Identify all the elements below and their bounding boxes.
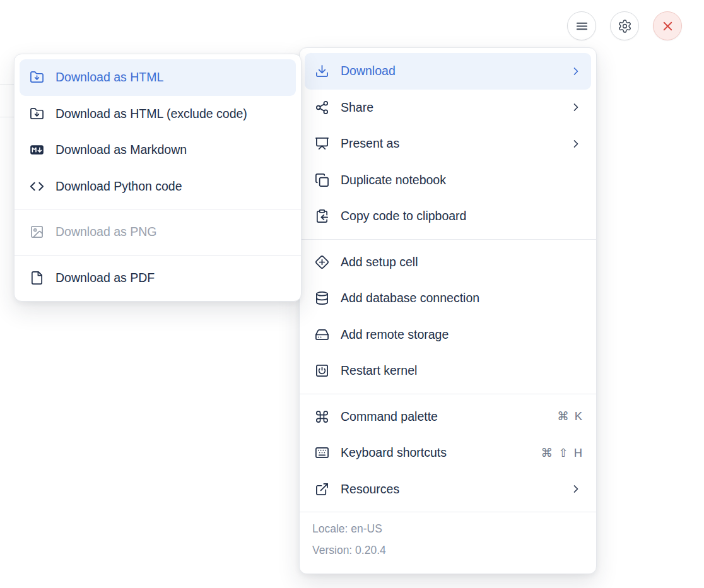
menu-item-copy-code-to-clipboard[interactable]: Copy code to clipboard <box>305 198 591 235</box>
menu-item-download-as-png: Download as PNG <box>20 214 296 250</box>
version-label: Version: 0.20.4 <box>312 539 584 561</box>
power-square-icon <box>315 363 329 378</box>
shortcut-key: ⌘ <box>541 446 553 460</box>
menu-item-command-palette[interactable]: Command palette⌘K <box>305 399 591 435</box>
menu-separator <box>300 394 596 394</box>
menu-item-share[interactable]: Share <box>305 90 591 126</box>
presentation-icon <box>315 136 329 151</box>
notebook-actions-menu: DownloadSharePresent asDuplicate noteboo… <box>299 47 597 574</box>
background-cell-border <box>0 117 15 117</box>
image-icon <box>30 225 44 239</box>
notebook-menu-button[interactable] <box>567 11 596 40</box>
menu-item-restart-kernel[interactable]: Restart kernel <box>305 353 591 389</box>
menu-item-label: Download <box>341 64 562 78</box>
menu-item-duplicate-notebook[interactable]: Duplicate notebook <box>305 162 591 199</box>
menu-item-label: Resources <box>341 482 562 497</box>
folder-download-icon <box>30 70 44 85</box>
code-icon <box>30 179 44 194</box>
shortcut-key: H <box>574 446 582 460</box>
menu-item-download-as-markdown[interactable]: Download as Markdown <box>20 132 296 168</box>
menu-item-label: Copy code to clipboard <box>341 209 582 223</box>
keyboard-icon <box>315 445 329 460</box>
menu-item-download-as-html-exclude-code[interactable]: Download as HTML (exclude code) <box>20 96 296 132</box>
chevron-right-icon <box>570 138 582 150</box>
menu-item-label: Present as <box>341 136 562 151</box>
menu-footer: Locale: en-USVersion: 0.20.4 <box>300 512 596 568</box>
menu-item-download-python-code[interactable]: Download Python code <box>20 168 296 205</box>
markdown-download-icon <box>30 143 44 157</box>
menu-item-label: Add database connection <box>341 291 582 305</box>
download-submenu: Download as HTMLDownload as HTML (exclud… <box>14 54 302 302</box>
menu-item-label: Download as PNG <box>56 225 287 239</box>
gear-icon <box>618 19 632 33</box>
menu-item-label: Duplicate notebook <box>341 173 582 187</box>
menu-item-label: Add remote storage <box>341 327 582 342</box>
folder-download-icon <box>30 107 44 121</box>
download-icon <box>315 64 329 78</box>
menu-item-label: Download Python code <box>56 179 287 194</box>
keyboard-shortcut: ⌘K <box>557 409 582 423</box>
database-icon <box>315 291 329 305</box>
menu-item-label: Download as HTML <box>56 70 287 85</box>
background-cell-border <box>0 84 15 85</box>
hamburger-icon <box>575 19 589 33</box>
chevron-right-icon <box>570 483 582 495</box>
file-icon <box>30 271 44 285</box>
chevron-right-icon <box>570 101 582 114</box>
menu-separator <box>15 255 301 256</box>
menu-item-label: Share <box>341 100 562 115</box>
shortcut-key: K <box>575 409 582 423</box>
hard-drive-icon <box>315 327 329 342</box>
menu-item-download[interactable]: Download <box>305 53 591 90</box>
keyboard-shortcut: ⌘⇧H <box>541 446 582 460</box>
menu-item-download-as-pdf[interactable]: Download as PDF <box>20 260 296 297</box>
menu-item-label: Download as PDF <box>56 271 287 285</box>
external-link-icon <box>315 482 329 497</box>
locale-label: Locale: en-US <box>312 518 584 539</box>
menu-separator <box>15 209 301 209</box>
menu-item-add-setup-cell[interactable]: Add setup cell <box>305 244 591 281</box>
chevron-right-icon <box>570 65 582 78</box>
menu-item-keyboard-shortcuts[interactable]: Keyboard shortcuts⌘⇧H <box>305 435 591 471</box>
shortcut-key: ⇧ <box>558 446 568 460</box>
menu-separator <box>300 239 596 240</box>
settings-button[interactable] <box>610 11 639 40</box>
menu-item-present-as[interactable]: Present as <box>305 126 591 162</box>
close-icon <box>660 19 675 33</box>
menu-item-add-database-connection[interactable]: Add database connection <box>305 280 591 317</box>
command-icon <box>315 409 329 424</box>
menu-item-label: Command palette <box>341 409 549 424</box>
menu-item-resources[interactable]: Resources <box>305 471 591 508</box>
menu-item-add-remote-storage[interactable]: Add remote storage <box>305 317 591 353</box>
diamond-plus-icon <box>315 255 329 269</box>
menu-item-label: Keyboard shortcuts <box>341 445 534 460</box>
clipboard-copy-icon <box>315 209 329 223</box>
shortcut-key: ⌘ <box>557 409 569 423</box>
menu-item-download-as-html[interactable]: Download as HTML <box>20 59 296 96</box>
top-right-toolbar <box>567 11 682 40</box>
share-icon <box>315 100 329 115</box>
menu-item-label: Download as Markdown <box>56 143 287 157</box>
menu-item-label: Restart kernel <box>341 363 582 378</box>
copy-icon <box>315 173 329 187</box>
close-button[interactable] <box>653 11 682 40</box>
menu-item-label: Add setup cell <box>341 255 582 269</box>
marimo-notebook-overlay: Download as HTMLDownload as HTML (exclud… <box>0 0 704 588</box>
menu-item-label: Download as HTML (exclude code) <box>56 107 287 121</box>
